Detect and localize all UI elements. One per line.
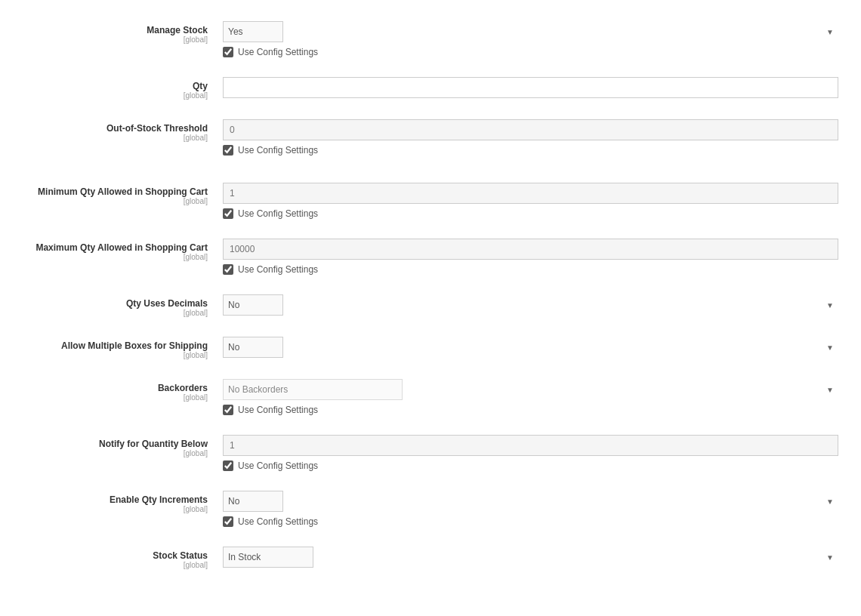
- qty-uses-decimals-chevron-icon: ▼: [826, 301, 834, 310]
- out-of-stock-threshold-row: Out-of-Stock Threshold [global] Use Conf…: [23, 113, 838, 162]
- stock-status-row: Stock Status [global] In Stock Out of St…: [23, 541, 838, 575]
- qty-controls: [223, 77, 838, 98]
- allow-multiple-boxes-label: Allow Multiple Boxes for Shipping [globa…: [23, 337, 223, 359]
- qty-label: Qty [global]: [23, 77, 223, 100]
- manage-stock-config-checkbox[interactable]: [223, 47, 233, 57]
- backorders-config-label: Use Config Settings: [238, 405, 318, 415]
- out-of-stock-threshold-label: Out-of-Stock Threshold [global]: [23, 119, 223, 142]
- backorders-label: Backorders [global]: [23, 379, 223, 402]
- manage-stock-select[interactable]: Yes No: [223, 21, 283, 42]
- notify-qty-below-input[interactable]: [223, 435, 838, 456]
- stock-status-label: Stock Status [global]: [23, 547, 223, 569]
- manage-stock-label: Manage Stock [global]: [23, 21, 223, 44]
- qty-uses-decimals-select[interactable]: No Yes: [223, 294, 283, 316]
- qty-uses-decimals-select-wrapper: No Yes ▼: [223, 294, 838, 316]
- notify-qty-below-config-label: Use Config Settings: [238, 460, 318, 471]
- allow-multiple-boxes-select[interactable]: No Yes: [223, 337, 283, 358]
- backorders-config-row: Use Config Settings: [223, 405, 838, 415]
- backorders-row: Backorders [global] No Backorders Allow …: [23, 373, 838, 421]
- max-qty-cart-config-label: Use Config Settings: [238, 264, 318, 275]
- notify-qty-below-row: Notify for Quantity Below [global] Use C…: [23, 429, 838, 477]
- manage-stock-controls: Yes No ▼ Use Config Settings: [223, 21, 838, 57]
- enable-qty-increments-row: Enable Qty Increments [global] No Yes ▼ …: [23, 485, 838, 533]
- stock-status-controls: In Stock Out of Stock ▼: [223, 547, 838, 568]
- backorders-select-wrapper: No Backorders Allow Qty Below 0 Allow Qt…: [223, 379, 838, 400]
- min-qty-cart-config-label: Use Config Settings: [238, 208, 318, 219]
- allow-multiple-boxes-controls: No Yes ▼: [223, 337, 838, 358]
- out-of-stock-config-checkbox[interactable]: [223, 145, 233, 156]
- notify-qty-below-controls: Use Config Settings: [223, 435, 838, 471]
- out-of-stock-threshold-controls: Use Config Settings: [223, 119, 838, 156]
- out-of-stock-config-row: Use Config Settings: [223, 145, 838, 156]
- manage-stock-config-label: Use Config Settings: [238, 47, 318, 57]
- notify-qty-below-label: Notify for Quantity Below [global]: [23, 435, 223, 457]
- enable-qty-increments-chevron-icon: ▼: [826, 497, 834, 506]
- manage-stock-chevron-icon: ▼: [826, 28, 834, 36]
- qty-uses-decimals-row: Qty Uses Decimals [global] No Yes ▼: [23, 288, 838, 323]
- max-qty-cart-label: Maximum Qty Allowed in Shopping Cart [gl…: [23, 239, 223, 261]
- backorders-controls: No Backorders Allow Qty Below 0 Allow Qt…: [223, 379, 838, 415]
- manage-stock-config-row: Use Config Settings: [223, 47, 838, 57]
- notify-qty-below-config-row: Use Config Settings: [223, 460, 838, 471]
- max-qty-cart-config-checkbox[interactable]: [223, 264, 233, 275]
- notify-qty-below-config-checkbox[interactable]: [223, 460, 233, 471]
- enable-qty-increments-config-row: Use Config Settings: [223, 516, 838, 527]
- backorders-config-checkbox[interactable]: [223, 405, 233, 415]
- qty-input[interactable]: [223, 77, 838, 98]
- min-qty-cart-config-row: Use Config Settings: [223, 208, 838, 219]
- enable-qty-increments-controls: No Yes ▼ Use Config Settings: [223, 491, 838, 527]
- min-qty-cart-controls: Use Config Settings: [223, 183, 838, 219]
- backorders-select[interactable]: No Backorders Allow Qty Below 0 Allow Qt…: [223, 379, 403, 400]
- stock-status-select-wrapper: In Stock Out of Stock ▼: [223, 547, 838, 568]
- manage-stock-select-wrapper: Yes No ▼: [223, 21, 838, 42]
- out-of-stock-threshold-input[interactable]: [223, 119, 838, 140]
- allow-multiple-boxes-row: Allow Multiple Boxes for Shipping [globa…: [23, 331, 838, 365]
- min-qty-cart-config-checkbox[interactable]: [223, 208, 233, 219]
- enable-qty-increments-config-checkbox[interactable]: [223, 516, 233, 527]
- form-container: Manage Stock [global] Yes No ▼ Use Confi…: [0, 0, 861, 598]
- enable-qty-increments-config-label: Use Config Settings: [238, 516, 318, 527]
- backorders-chevron-icon: ▼: [826, 386, 834, 394]
- max-qty-cart-input[interactable]: [223, 239, 838, 260]
- qty-uses-decimals-controls: No Yes ▼: [223, 294, 838, 316]
- min-qty-cart-input[interactable]: [223, 183, 838, 204]
- qty-uses-decimals-label: Qty Uses Decimals [global]: [23, 294, 223, 317]
- qty-row: Qty [global]: [23, 71, 838, 106]
- manage-stock-row: Manage Stock [global] Yes No ▼ Use Confi…: [23, 15, 838, 63]
- stock-status-select[interactable]: In Stock Out of Stock: [223, 547, 313, 568]
- enable-qty-increments-select-wrapper: No Yes ▼: [223, 491, 838, 512]
- min-qty-cart-label: Minimum Qty Allowed in Shopping Cart [gl…: [23, 183, 223, 205]
- max-qty-cart-row: Maximum Qty Allowed in Shopping Cart [gl…: [23, 233, 838, 281]
- stock-status-chevron-icon: ▼: [826, 553, 834, 562]
- max-qty-cart-controls: Use Config Settings: [223, 239, 838, 275]
- allow-multiple-boxes-chevron-icon: ▼: [826, 343, 834, 352]
- max-qty-cart-config-row: Use Config Settings: [223, 264, 838, 275]
- allow-multiple-boxes-select-wrapper: No Yes ▼: [223, 337, 838, 358]
- enable-qty-increments-label: Enable Qty Increments [global]: [23, 491, 223, 513]
- enable-qty-increments-select[interactable]: No Yes: [223, 491, 283, 512]
- min-qty-cart-row: Minimum Qty Allowed in Shopping Cart [gl…: [23, 177, 838, 225]
- out-of-stock-config-label: Use Config Settings: [238, 145, 318, 156]
